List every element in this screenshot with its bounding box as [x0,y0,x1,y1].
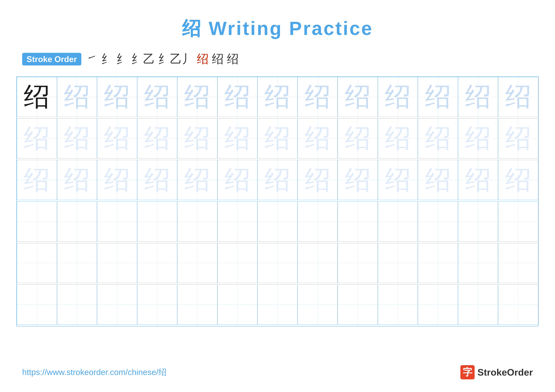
grid-cell[interactable] [97,285,137,325]
grid-cell[interactable] [257,243,298,283]
grid-cell[interactable]: 绍 [338,160,378,200]
grid-cell[interactable] [338,201,378,242]
grid-cell[interactable]: 绍 [418,160,458,200]
grid-cell[interactable] [217,243,258,283]
grid-cell[interactable] [97,201,137,242]
grid-cell[interactable] [17,243,57,283]
grid-cell[interactable] [177,285,217,325]
grid-cell[interactable] [458,201,498,242]
grid-cell[interactable]: 绍 [338,77,378,117]
logo-text: StrokeOrder [477,367,533,378]
grid-cell[interactable] [257,285,298,325]
grid-cell[interactable]: 绍 [17,77,57,117]
stroke-step-2: 纟 [101,51,113,67]
grid-cell[interactable] [418,201,458,242]
logo-icon: 字 [460,365,475,379]
grid-cell[interactable] [498,243,538,283]
grid-cell[interactable] [97,243,137,283]
stroke-step-7: 绍 [212,51,224,67]
grid-cell[interactable]: 绍 [498,118,538,159]
page-title: 绍 Writing Practice [182,16,373,42]
grid-cell[interactable] [378,285,418,325]
grid-cell[interactable] [498,201,538,242]
stroke-step-5: 纟乙丿 [158,51,194,67]
grid-cell[interactable] [298,243,338,283]
grid-cell[interactable]: 绍 [257,77,298,117]
grid-cell[interactable]: 绍 [298,118,338,159]
grid-cell[interactable]: 绍 [338,118,378,159]
grid-cell[interactable]: 绍 [298,77,338,117]
grid-cell[interactable] [137,243,177,283]
grid-cell[interactable]: 绍 [418,118,458,159]
grid-cell[interactable]: 绍 [378,77,418,117]
grid-cell[interactable] [418,243,458,283]
grid-cell[interactable] [57,201,97,242]
grid-cell[interactable]: 绍 [257,118,298,159]
grid-cell[interactable]: 绍 [177,77,217,117]
grid-cell[interactable]: 绍 [418,77,458,117]
grid-cell[interactable]: 绍 [498,160,538,200]
grid-cell[interactable] [217,285,258,325]
grid-cell[interactable]: 绍 [17,160,57,200]
grid-cell[interactable]: 绍 [458,160,498,200]
grid-cell[interactable] [338,285,378,325]
grid-cell[interactable] [217,201,258,242]
grid-cell[interactable]: 绍 [137,77,177,117]
stroke-steps: ㇀ 纟 纟 纟乙 纟乙丿 绍 绍 绍 [86,51,239,67]
grid-cell[interactable]: 绍 [97,77,137,117]
grid-cell[interactable]: 绍 [217,77,258,117]
stroke-order-row: Stroke Order ㇀ 纟 纟 纟乙 纟乙丿 绍 绍 绍 [22,51,239,67]
grid-cell[interactable] [298,285,338,325]
grid-cell[interactable]: 绍 [177,118,217,159]
grid-cell[interactable]: 绍 [217,118,258,159]
grid-cell[interactable]: 绍 [257,160,298,200]
grid-cell[interactable] [378,201,418,242]
grid-cell[interactable] [298,201,338,242]
grid-cell[interactable]: 绍 [458,77,498,117]
grid-cell[interactable] [458,285,498,325]
grid-cell[interactable] [418,285,458,325]
grid-cell[interactable]: 绍 [57,160,97,200]
grid-cell[interactable]: 绍 [137,160,177,200]
grid-cell[interactable]: 绍 [97,118,137,159]
footer-logo: 字 StrokeOrder [460,365,533,379]
grid-cell[interactable] [57,243,97,283]
grid-cell[interactable] [17,285,57,325]
page: 绍 Writing Practice Stroke Order ㇀ 纟 纟 纟乙… [0,0,555,392]
grid-cell[interactable]: 绍 [57,118,97,159]
grid-cell[interactable] [177,201,217,242]
grid-cell[interactable] [498,285,538,325]
grid-cell[interactable] [177,243,217,283]
grid-cell[interactable]: 绍 [97,160,137,200]
grid-cell[interactable]: 绍 [378,160,418,200]
grid-cell[interactable] [137,285,177,325]
grid-cell[interactable] [338,243,378,283]
grid-cell[interactable]: 绍 [458,118,498,159]
stroke-step-6: 绍 [197,51,209,67]
grid-cell[interactable] [378,243,418,283]
grid-cell[interactable] [137,201,177,242]
grid-cell[interactable]: 绍 [498,77,538,117]
grid-cell[interactable]: 绍 [378,118,418,159]
grid-cell[interactable] [17,201,57,242]
stroke-order-badge: Stroke Order [22,53,81,65]
grid-cell[interactable]: 绍 [177,160,217,200]
grid-cell[interactable]: 绍 [137,118,177,159]
stroke-step-3: 纟 [116,51,128,67]
grid-cell[interactable]: 绍 [217,160,258,200]
stroke-step-4: 纟乙 [131,51,155,67]
footer-url: https://www.strokeorder.com/chinese/绍 [22,367,167,378]
grid-cell[interactable]: 绍 [57,77,97,117]
footer: https://www.strokeorder.com/chinese/绍 字 … [22,365,533,379]
grid-cell[interactable] [57,285,97,325]
stroke-step-8: 绍 [227,51,239,67]
grid-cell[interactable]: 绍 [298,160,338,200]
grid-cell[interactable] [458,243,498,283]
grid-cell[interactable]: 绍 [17,118,57,159]
practice-grid: 绍绍绍绍绍绍绍绍绍绍绍绍绍绍绍绍绍绍绍绍绍绍绍绍绍绍绍绍绍绍绍绍绍绍绍绍绍绍绍 [16,77,539,326]
stroke-step-1: ㇀ [86,51,98,67]
grid-cell[interactable] [257,201,298,242]
